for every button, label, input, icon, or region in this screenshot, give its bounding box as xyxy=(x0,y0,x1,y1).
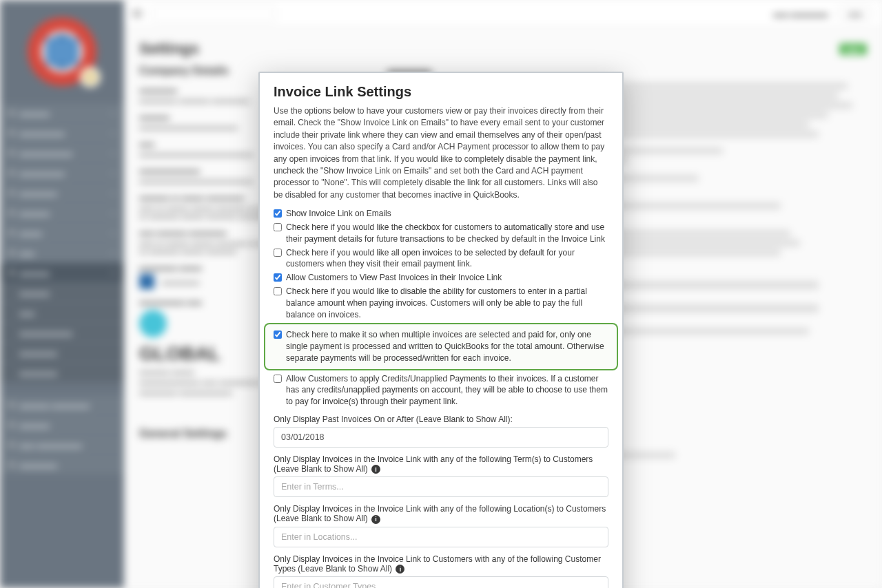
header-button: ▬▬ xyxy=(837,7,874,20)
checkbox-label: Allow Customers to View Past Invoices in… xyxy=(286,272,502,284)
checkbox-input[interactable] xyxy=(274,249,282,257)
sidebar: ▬▬▬▬▸ ▬▬▬▬▬▬▸ ▬▬▬▬▬▬▬▸ ▬▬▬▬▬▬▸ ▬▬▬▬▬▸ ▬▬… xyxy=(0,0,124,588)
locations-input[interactable] xyxy=(274,527,608,547)
app-logo xyxy=(28,17,96,86)
terms-input[interactable] xyxy=(274,476,608,497)
checkbox-show-invoice-link[interactable]: Show Invoice Link on Emails xyxy=(274,208,608,220)
invoice-link-settings-modal: Invoice Link Settings Use the options be… xyxy=(258,72,624,588)
info-icon[interactable]: i xyxy=(396,565,404,574)
info-icon[interactable]: i xyxy=(371,465,380,474)
checkbox-label: Check here if you would like to disable … xyxy=(286,286,608,320)
checkbox-input[interactable] xyxy=(274,330,282,339)
checkbox-label: Check here to make it so when multiple i… xyxy=(286,329,608,364)
customer-types-label: Only Display Invoices in the Invoice Lin… xyxy=(274,554,608,574)
search-input xyxy=(152,6,276,21)
terms-label: Only Display Invoices in the Invoice Lin… xyxy=(274,454,608,474)
checkbox-select-all-default[interactable]: Check here if you would like all open in… xyxy=(274,247,608,271)
page-title: Settings xyxy=(139,40,199,58)
checkbox-label: Allow Customers to apply Credits/Unappli… xyxy=(286,373,608,408)
past-date-label: Only Display Past Invoices On or After (… xyxy=(274,414,608,424)
menu-icon xyxy=(132,10,142,17)
checkbox-label: Check here if you would like the checkbo… xyxy=(286,222,608,245)
modal-title: Invoice Link Settings xyxy=(274,84,608,100)
topbar: ▬▬ ▬▬▬▬▬ ▬▬ xyxy=(124,0,882,28)
status-badge: ▬▬ xyxy=(839,43,867,55)
info-icon[interactable]: i xyxy=(371,515,380,524)
checkbox-input[interactable] xyxy=(274,209,282,218)
past-date-input[interactable] xyxy=(274,427,608,448)
modal-description: Use the options below to have your custo… xyxy=(274,105,608,201)
checkbox-disable-partial[interactable]: Check here if you would like to disable … xyxy=(274,286,608,320)
checkbox-input[interactable] xyxy=(274,375,282,383)
highlighted-option: Check here to make it so when multiple i… xyxy=(264,323,618,370)
sidebar-nav: ▬▬▬▬▸ ▬▬▬▬▬▬▸ ▬▬▬▬▬▬▬▸ ▬▬▬▬▬▬▸ ▬▬▬▬▬▸ ▬▬… xyxy=(0,103,124,475)
checkbox-auto-store-payment[interactable]: Check here if you would like the checkbo… xyxy=(274,222,608,245)
customer-types-input[interactable] xyxy=(274,576,608,588)
checkbox-apply-credits[interactable]: Allow Customers to apply Credits/Unappli… xyxy=(274,373,608,408)
checkbox-label: Show Invoice Link on Emails xyxy=(286,208,391,220)
username: ▬▬ ▬▬▬▬▬ xyxy=(773,10,828,18)
locations-label: Only Display Invoices in the Invoice Lin… xyxy=(274,504,608,523)
checkbox-view-past-invoices[interactable]: Allow Customers to View Past Invoices in… xyxy=(274,272,608,284)
checkbox-label: Check here if you would like all open in… xyxy=(286,247,608,271)
checkbox-single-payment[interactable]: Check here to make it so when multiple i… xyxy=(274,329,608,364)
checkbox-input[interactable] xyxy=(274,223,282,231)
checkbox-input[interactable] xyxy=(274,273,282,282)
checkbox-input[interactable] xyxy=(274,287,282,295)
